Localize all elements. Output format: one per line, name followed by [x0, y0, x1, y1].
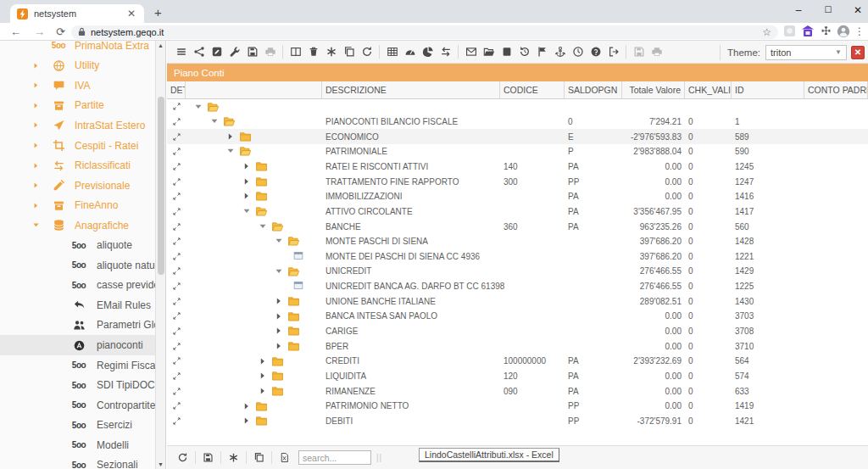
window-minimize-button[interactable]: – [784, 0, 813, 22]
tree-expand-icon[interactable] [275, 297, 284, 306]
grid-row[interactable]: LIQUIDITA120PA0.000574 [167, 369, 868, 384]
grid-row[interactable]: TRATTAMENTO FINE RAPPORTO300PP0.0001247 [167, 174, 868, 189]
extension-generic-icon[interactable] [783, 25, 797, 38]
grid-row[interactable]: RATEI E RISCONTI ATTIVI140PA0.0001245 [167, 159, 868, 175]
panel-close-button[interactable]: ✕ [851, 46, 865, 59]
caret-right-icon[interactable] [32, 162, 41, 170]
tree-expand-icon[interactable] [275, 312, 284, 321]
back-button[interactable]: ← [10, 24, 21, 40]
browser-menu-icon[interactable]: ⋮ [854, 24, 865, 39]
tree-collapse-icon[interactable] [275, 237, 284, 246]
detail-expand-button[interactable] [167, 401, 186, 410]
sidebar-item-parametri-globali[interactable]: Parametri Globali [0, 315, 156, 336]
sign-out-button[interactable] [605, 43, 622, 60]
tree-expand-icon[interactable] [226, 132, 236, 142]
menu-button[interactable] [173, 43, 190, 60]
sidebar-item-casse-previdenziali[interactable]: 5oocasse previdenziali [0, 276, 156, 296]
sidebar-item-aliquote-natura[interactable]: 5ooaliquote natura [0, 255, 156, 276]
search-input[interactable] [298, 450, 371, 465]
sidebar-item-pianoconti[interactable]: pianoconti [0, 335, 156, 355]
tree-expand-icon[interactable] [242, 177, 252, 187]
detail-expand-button[interactable] [167, 356, 186, 366]
caret-down-icon[interactable] [32, 221, 41, 229]
sidebar-item-sezionali[interactable]: 5ooSezionali [0, 455, 156, 469]
column-header-id[interactable]: ID [732, 81, 804, 98]
detail-expand-button[interactable] [167, 207, 186, 216]
sidebar-item-email-rules[interactable]: EMail Rules [0, 295, 156, 315]
grid-row[interactable]: IMMOBILIZZAZIONIPA0.0001416 [167, 189, 868, 204]
tree-expand-icon[interactable] [275, 342, 284, 351]
grid-row[interactable]: PIANOCONTI BILANCIO FISCALE07'294.2101 [167, 114, 868, 130]
tree-expand-icon[interactable] [259, 357, 268, 366]
grid-row[interactable]: PATRIMONIALEP2'983'888.040590 [167, 144, 868, 159]
caret-right-icon[interactable] [32, 62, 41, 70]
tree-expand-icon[interactable] [242, 192, 252, 201]
sidebar-item-regimi-fiscali[interactable]: 5ooRegimi Fiscali [0, 355, 156, 376]
detail-expand-button[interactable] [167, 311, 186, 321]
grid-row[interactable]: UNICREDIT BANCA AG. DARFO BT CC 61398276… [167, 279, 868, 294]
caret-right-icon[interactable] [32, 81, 41, 89]
caret-right-icon[interactable] [32, 142, 41, 149]
bookmark-star-icon[interactable]: ☆ [762, 26, 771, 38]
scrollbar-thumb[interactable] [158, 97, 164, 275]
sidebar-item-previsionale[interactable]: Previsionale [0, 176, 156, 196]
footer-asterisk-button[interactable] [225, 449, 242, 466]
detail-expand-button[interactable] [167, 327, 186, 336]
envelope-button[interactable] [463, 43, 480, 60]
profile-avatar[interactable] [837, 25, 850, 38]
pie-chart-button[interactable] [420, 43, 437, 60]
sidebar-item-esercizi[interactable]: 5ooEsercizi [0, 415, 156, 435]
grid-row[interactable]: BPER0.0003710 [167, 338, 868, 354]
tree-expand-icon[interactable] [259, 387, 268, 396]
sidebar-item-riclassificati[interactable]: Riclassificati [0, 155, 156, 176]
sidebar-scrollbar[interactable]: ▲ ▼ [155, 41, 165, 469]
tree-collapse-icon[interactable] [259, 222, 268, 232]
grid-row[interactable]: BANCHE360PA963'235.260560 [167, 219, 868, 234]
footer-refresh-button[interactable] [175, 449, 192, 466]
sidebar-item-utility[interactable]: Utility [0, 56, 156, 76]
forward-button[interactable]: → [34, 24, 45, 40]
grid-row[interactable] [167, 99, 868, 114]
tree-expand-icon[interactable] [259, 371, 268, 381]
sidebar-item-contropartite[interactable]: 5ooContropartite [0, 395, 156, 416]
tree-collapse-icon[interactable] [210, 117, 220, 126]
grid-row[interactable]: CREDITI100000000PA2'393'232.690564 [167, 354, 868, 369]
sidebar-item-primanota-extra[interactable]: 5ooPrimaNota Extra [0, 41, 156, 56]
columns-button[interactable] [287, 43, 304, 60]
tree-expand-icon[interactable] [242, 162, 252, 171]
wrench-button[interactable] [226, 43, 243, 60]
asterisk-button[interactable] [323, 43, 340, 60]
address-bar[interactable]: netsystem.geqo.it ☆ [71, 25, 778, 39]
detail-expand-button[interactable] [167, 237, 186, 246]
grid-row[interactable]: MONTE DEI PASCHI DI SIENA CC 4936397'686… [167, 249, 868, 265]
exchange-button[interactable] [437, 43, 454, 60]
grid-row[interactable]: UNICREDIT276'466.5501429 [167, 264, 868, 279]
grid-row[interactable]: RIMANENZE090PA0.000633 [167, 383, 868, 399]
tree-collapse-icon[interactable] [242, 207, 252, 216]
scroll-down-icon[interactable]: ▼ [156, 461, 165, 467]
tree-expand-icon[interactable] [275, 327, 284, 336]
caret-right-icon[interactable] [32, 181, 41, 189]
window-close-button[interactable]: ✕ [843, 0, 868, 22]
help-button[interactable] [587, 43, 604, 60]
column-header-chk-valid[interactable]: CHK_VALID [685, 81, 732, 98]
grid-row[interactable]: BANCA INTESA SAN PAOLO0.0003703 [167, 309, 868, 324]
anchor-button[interactable] [552, 43, 569, 60]
detail-expand-button[interactable] [167, 192, 186, 201]
caret-right-icon[interactable] [32, 121, 41, 129]
refresh-button[interactable] [359, 43, 376, 60]
detail-expand-button[interactable] [167, 387, 186, 396]
gauge-button[interactable] [402, 43, 419, 60]
tree-collapse-icon[interactable] [275, 267, 284, 276]
extensions-puzzle-icon[interactable] [820, 25, 833, 38]
caret-right-icon[interactable] [32, 102, 41, 109]
column-header-descrizione[interactable]: DESCRIZIONE [322, 81, 500, 98]
detail-expand-button[interactable] [167, 177, 186, 187]
tree-collapse-icon[interactable] [194, 103, 203, 112]
tree-expand-icon[interactable] [242, 416, 252, 426]
new-tab-button[interactable]: + [154, 5, 162, 20]
sidebar-item-intrastat-estero[interactable]: IntraStat Estero [0, 115, 156, 136]
grid-row[interactable]: ATTIVO CIRCOLANTEPA3'356'467.9501417 [167, 204, 868, 220]
sidebar-item-partite[interactable]: Partite [0, 96, 156, 116]
detail-expand-button[interactable] [167, 371, 186, 381]
